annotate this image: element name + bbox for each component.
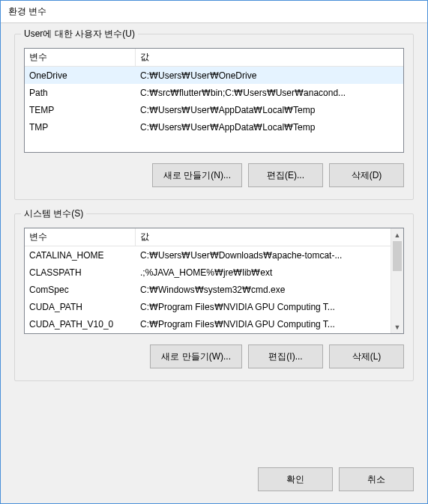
table-row[interactable]: TMPC:₩Users₩User₩AppData₩Local₩Temp [25,118,403,136]
table-row[interactable]: TEMPC:₩Users₩User₩AppData₩Local₩Temp [25,101,403,118]
table-row[interactable]: OneDriveC:₩Users₩User₩OneDrive [25,67,403,84]
row-value-cell: C:₩Users₩User₩Downloads₩apache-tomcat-..… [136,250,403,261]
table-row[interactable]: CUDA_PATH_V10_0C:₩Program Files₩NVIDIA G… [25,315,403,333]
row-name-cell: CUDA_PATH [25,302,136,312]
user-delete-button[interactable]: 삭제(D) [329,163,404,187]
user-header-value[interactable]: 값 [136,49,403,66]
table-row[interactable]: CUDA_PATHC:₩Program Files₩NVIDIA GPU Com… [25,298,403,315]
window-title: 환경 변수 [1,1,427,23]
user-group-legend: User에 대한 사용자 변수(U) [21,28,138,40]
user-variables-list[interactable]: 변수 값 OneDriveC:₩Users₩User₩OneDrivePathC… [24,48,404,153]
user-new-button[interactable]: 새로 만들기(N)... [152,163,242,187]
scroll-thumb[interactable] [393,241,402,271]
user-list-headers: 변수 값 [25,49,403,67]
user-buttons-row: 새로 만들기(N)... 편집(E)... 삭제(D) [24,163,404,187]
system-variables-list[interactable]: 변수 값 CATALINA_HOMEC:₩Users₩User₩Download… [24,228,404,334]
dialog-footer: 확인 취소 [1,463,427,503]
user-header-name[interactable]: 변수 [25,49,136,66]
scroll-up-icon[interactable]: ▲ [391,228,403,241]
row-name-cell: OneDrive [25,70,136,81]
row-value-cell: C:₩Windows₩system32₩cmd.exe [136,285,403,295]
system-header-value[interactable]: 값 [136,228,403,246]
system-list-scrollbar[interactable]: ▲ ▼ [391,228,403,333]
row-value-cell: C:₩src₩flutter₩bin;C:₩Users₩User₩anacond… [136,88,403,98]
row-value-cell: .;%JAVA_HOME%₩jre₩lib₩ext [136,267,403,278]
system-list-headers: 변수 값 [25,228,403,246]
row-name-cell: CUDA_PATH_V10_0 [25,319,136,330]
user-edit-button[interactable]: 편집(E)... [248,163,323,187]
system-delete-button[interactable]: 삭제(L) [329,344,404,368]
row-name-cell: TMP [25,122,136,133]
content-area: User에 대한 사용자 변수(U) 변수 값 OneDriveC:₩Users… [1,23,427,463]
system-header-name[interactable]: 변수 [25,228,136,246]
table-row[interactable]: CATALINA_HOMEC:₩Users₩User₩Downloads₩apa… [25,246,403,264]
system-variables-group: 시스템 변수(S) 변수 값 CATALINA_HOMEC:₩Users₩Use… [14,213,414,381]
table-row[interactable]: ComSpecC:₩Windows₩system32₩cmd.exe [25,281,403,298]
row-value-cell: C:₩Program Files₩NVIDIA GPU Computing T.… [136,319,403,330]
ok-button[interactable]: 확인 [258,467,333,491]
row-name-cell: CLASSPATH [25,267,136,278]
system-buttons-row: 새로 만들기(W)... 편집(I)... 삭제(L) [24,344,404,368]
row-value-cell: C:₩Users₩User₩OneDrive [136,70,403,81]
user-variables-group: User에 대한 사용자 변수(U) 변수 값 OneDriveC:₩Users… [14,34,414,200]
system-new-button[interactable]: 새로 만들기(W)... [150,344,242,368]
table-row[interactable]: CLASSPATH.;%JAVA_HOME%₩jre₩lib₩ext [25,264,403,281]
row-name-cell: ComSpec [25,285,136,295]
row-name-cell: Path [25,88,136,98]
table-row[interactable]: PathC:₩src₩flutter₩bin;C:₩Users₩User₩ana… [25,84,403,101]
system-edit-button[interactable]: 편집(I)... [248,344,323,368]
scroll-down-icon[interactable]: ▼ [391,321,403,333]
row-value-cell: C:₩Program Files₩NVIDIA GPU Computing T.… [136,302,403,312]
row-value-cell: C:₩Users₩User₩AppData₩Local₩Temp [136,105,403,115]
row-value-cell: C:₩Users₩User₩AppData₩Local₩Temp [136,122,403,133]
row-name-cell: CATALINA_HOME [25,250,136,261]
env-vars-window: 환경 변수 User에 대한 사용자 변수(U) 변수 값 OneDriveC:… [0,0,428,504]
cancel-button[interactable]: 취소 [339,467,414,491]
row-name-cell: TEMP [25,105,136,115]
system-group-legend: 시스템 변수(S) [21,207,86,220]
